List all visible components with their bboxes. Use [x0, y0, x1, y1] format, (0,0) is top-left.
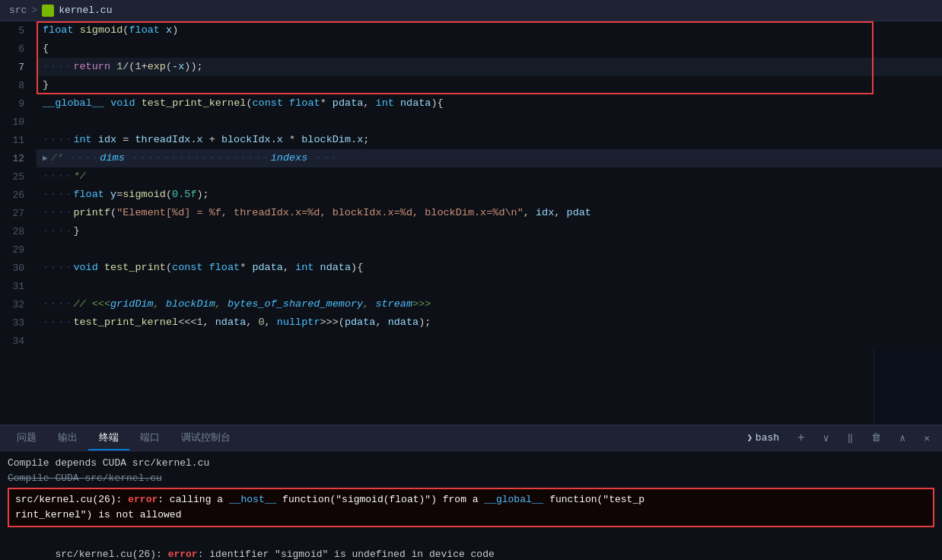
terminal-line-2: Compile CUDA src/kernel.cu — [8, 471, 934, 486]
line-content-5: float sigmoid(float x) — [37, 21, 942, 40]
line-num-28: 28 — [0, 222, 37, 240]
line-num-27: 27 — [0, 204, 37, 222]
delete-terminal-button[interactable]: 🗑 — [865, 430, 887, 446]
line-content-28: ····} — [37, 222, 942, 240]
breadcrumb: src > kernel.cu — [0, 0, 942, 21]
code-line-34: 34 — [0, 332, 942, 350]
line-content-34 — [37, 332, 942, 350]
terminal-tabs: 问题 输出 终端 端口 调试控制台 ❯ bash — [0, 425, 942, 451]
chevron-up-icon: ∧ — [899, 432, 905, 444]
line-num-32: 32 — [0, 295, 37, 313]
line-num-6: 6 — [0, 40, 37, 58]
line-num-11: 11 — [0, 131, 37, 149]
split-terminal-button[interactable]: ∨ — [817, 430, 835, 447]
code-line-26: 26 ····float y=sigmoid(0.5f); — [0, 186, 942, 204]
line-content-29 — [37, 240, 942, 259]
line-content-33: ····test_print_kernel<<<1, ndata, 0, nul… — [37, 313, 942, 332]
code-line-11: 11 ····int idx = threadIdx.x + blockIdx.… — [0, 131, 942, 149]
line-content-7: ····return 1/(1+exp(-x)); — [37, 58, 942, 76]
line-content-11: ····int idx = threadIdx.x + blockIdx.x *… — [37, 131, 942, 149]
plus-icon: + — [797, 431, 805, 445]
breadcrumb-nvidia — [42, 5, 54, 17]
code-line-32: 32 ····// <<<gridDim, blockDim, bytes_of… — [0, 295, 942, 313]
line-num-9: 9 — [0, 94, 37, 113]
breadcrumb-src: src — [9, 5, 27, 16]
line-num-30: 30 — [0, 259, 37, 277]
tab-ports[interactable]: 端口 — [129, 426, 170, 450]
code-line-25: 25 ····*/ — [0, 167, 942, 186]
terminal-panel: 问题 输出 终端 端口 调试控制台 ❯ bash — [0, 425, 942, 560]
line-num-7: 7 — [0, 58, 37, 76]
tab-output[interactable]: 输出 — [47, 426, 88, 450]
nvidia-logo-icon — [42, 5, 54, 17]
line-content-6: { — [37, 40, 942, 58]
terminal-line-1: Compile depends CUDA src/kernel.cu — [8, 456, 934, 471]
code-line-8: 8 } — [0, 76, 942, 94]
line-num-26: 26 — [0, 186, 37, 204]
line-content-25: ····*/ — [37, 167, 942, 186]
code-line-28: 28 ····} — [0, 222, 942, 240]
line-num-8: 8 — [0, 76, 37, 94]
line-content-30: ····void test_print(const float* pdata, … — [37, 259, 942, 277]
code-line-29: 29 — [0, 240, 942, 259]
line-content-12: ▶/* ····dims ··················indexs ··… — [37, 149, 942, 167]
breadcrumb-filename: kernel.cu — [59, 5, 112, 16]
split-icon: ∨ — [823, 432, 829, 444]
terminal-actions: ❯ bash + ∨ ‖ 🗑 ∧ ✕ — [741, 429, 936, 447]
code-line-33: 33 ····test_print_kernel<<<1, ndata, 0, … — [0, 313, 942, 332]
code-line-5: 5 float sigmoid(float x) — [0, 21, 942, 40]
code-line-30: 30 ····void test_print(const float* pdat… — [0, 259, 942, 277]
line-num-29: 29 — [0, 240, 37, 259]
terminal-content: Compile depends CUDA src/kernel.cu Compi… — [0, 451, 942, 560]
terminal-icon: ❯ — [747, 432, 753, 444]
line-content-31 — [37, 277, 942, 295]
line-num-12: 12 — [0, 149, 37, 167]
line-content-10 — [37, 113, 942, 131]
line-content-26: ····float y=sigmoid(0.5f); — [37, 186, 942, 204]
shell-label: bash — [756, 432, 779, 444]
line-num-10: 10 — [0, 113, 37, 131]
tab-debug-console[interactable]: 调试控制台 — [170, 426, 241, 450]
code-line-10: 10 — [0, 113, 942, 131]
line-content-8: } — [37, 76, 942, 94]
columns-icon: ‖ — [848, 432, 854, 444]
line-content-27: ····printf("Element[%d] = %f, threadIdx.… — [37, 204, 942, 222]
code-line-31: 31 — [0, 277, 942, 295]
code-line-12: 12 ▶/* ····dims ··················indexs… — [0, 149, 942, 167]
line-num-25: 25 — [0, 167, 37, 186]
line-content-32: ····// <<<gridDim, blockDim, bytes_of_sh… — [37, 295, 942, 313]
tab-terminal[interactable]: 终端 — [88, 426, 129, 450]
line-num-31: 31 — [0, 277, 37, 295]
close-icon: ✕ — [924, 432, 930, 444]
code-editor: 5 float sigmoid(float x) 6 { 7 ····retur… — [0, 21, 942, 425]
breadcrumb-sep1: > — [31, 5, 37, 16]
shell-button[interactable]: ❯ bash — [741, 430, 785, 446]
line-content-9: __global__ void test_print_kernel(const … — [37, 94, 942, 113]
code-line-6: 6 { — [0, 40, 942, 58]
main-layout: src > kernel.cu — [0, 0, 942, 560]
line-num-34: 34 — [0, 332, 37, 350]
terminal-line-error2: src/kernel.cu(26): error: identifier "si… — [8, 532, 934, 560]
line-num-33: 33 — [0, 313, 37, 332]
maximize-panel-button[interactable]: ∧ — [893, 430, 912, 447]
code-line-7: 7 ····return 1/(1+exp(-x)); — [0, 58, 942, 76]
split-editor-button[interactable]: ‖ — [842, 430, 860, 447]
error-box-1: src/kernel.cu(26): error: calling a __ho… — [8, 488, 934, 527]
terminal-tabs-list: 问题 输出 终端 端口 调试控制台 — [6, 426, 241, 450]
trash-icon: 🗑 — [871, 432, 881, 444]
new-terminal-button[interactable]: + — [791, 429, 811, 447]
code-line-27: 27 ····printf("Element[%d] = %f, threadI… — [0, 204, 942, 222]
close-panel-button[interactable]: ✕ — [918, 430, 936, 447]
code-line-9: 9 __global__ void test_print_kernel(cons… — [0, 94, 942, 113]
tab-problems[interactable]: 问题 — [6, 426, 47, 450]
line-num-5: 5 — [0, 21, 37, 40]
